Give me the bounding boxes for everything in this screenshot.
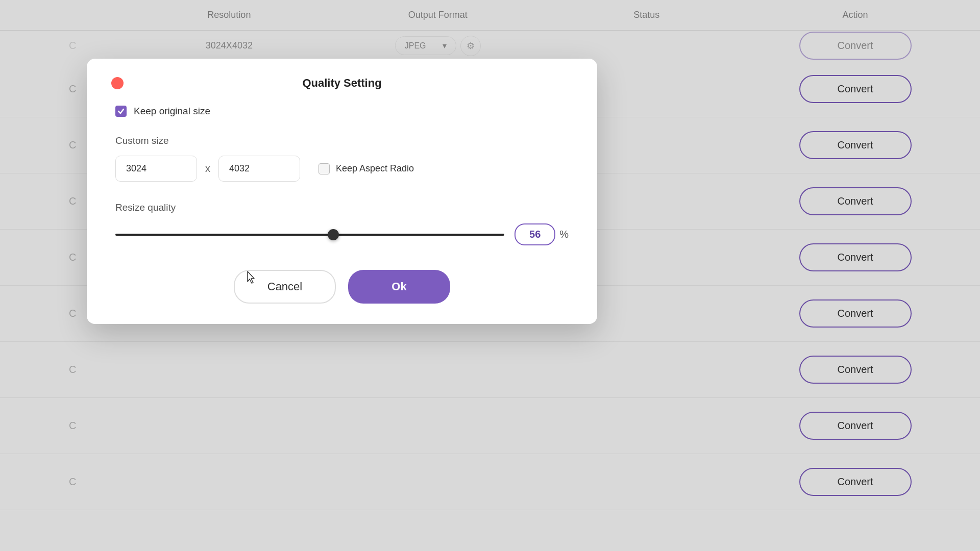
percent-label: % [559,229,569,240]
keep-aspect-checkbox[interactable] [318,163,330,174]
x-separator: x [205,163,210,174]
ok-button[interactable]: Ok [348,270,450,304]
dialog-title-bar: Quality Setting [111,77,573,89]
slider-thumb[interactable] [328,229,339,240]
quality-setting-dialog: Quality Setting Keep original size Custo… [87,59,597,324]
dialog-title: Quality Setting [302,77,381,90]
dialog-body: Keep original size Custom size x Keep As… [111,106,573,245]
checkmark-icon [117,108,125,115]
dialog-buttons: Cancel Ok [111,270,573,304]
close-button[interactable] [111,77,124,89]
size-inputs-row: x Keep Aspect Radio [115,156,569,182]
height-input[interactable] [218,156,300,182]
keep-aspect-row: Keep Aspect Radio [318,163,414,174]
quality-row: % [115,223,569,245]
quality-input-wrap: % [514,223,569,245]
keep-aspect-label: Keep Aspect Radio [336,163,414,174]
keep-original-row: Keep original size [115,106,569,117]
cancel-button[interactable]: Cancel [234,270,336,304]
resize-quality-label: Resize quality [115,202,569,213]
slider-track [115,234,504,236]
quality-value-input[interactable] [514,223,555,245]
custom-size-label: Custom size [115,135,569,146]
quality-slider-container[interactable] [115,229,504,241]
keep-original-label: Keep original size [134,106,210,117]
width-input[interactable] [115,156,197,182]
keep-original-checkbox[interactable] [115,106,127,117]
